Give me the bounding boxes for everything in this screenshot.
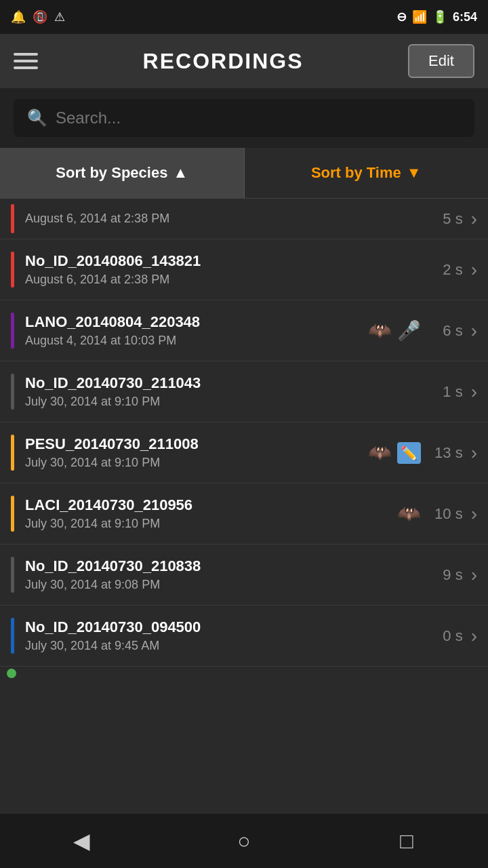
item-date: August 4, 2014 at 10:03 PM: [25, 334, 363, 348]
recording-item[interactable]: No_ID_20140806_143821 August 6, 2014 at …: [0, 239, 488, 300]
signal-off-icon: 📶: [412, 9, 427, 24]
recording-item[interactable]: No_ID_20140730_094500 July 30, 2014 at 9…: [0, 606, 488, 667]
chevron-right-icon: ›: [471, 442, 477, 464]
item-duration: 5 s: [429, 210, 463, 228]
search-icon: 🔍: [27, 108, 47, 127]
search-input[interactable]: [56, 108, 461, 127]
left-bar: [11, 435, 14, 471]
sort-buttons: Sort by Species ▲ Sort by Time ▼: [0, 148, 488, 199]
item-duration: 1 s: [429, 383, 463, 401]
chevron-right-icon: ›: [471, 208, 477, 230]
left-bar: [11, 313, 14, 349]
left-bar: [11, 496, 14, 532]
item-content: August 6, 2014 at 2:38 PM: [25, 212, 421, 226]
recording-item[interactable]: No_ID_20140730_211043 July 30, 2014 at 9…: [0, 361, 488, 422]
item-date: July 30, 2014 at 9:08 PM: [25, 578, 421, 592]
sort-time-arrow: ▼: [407, 164, 422, 182]
notification-icon: 🔔: [11, 9, 26, 24]
sort-by-time-button[interactable]: Sort by Time ▼: [245, 148, 489, 198]
page-title: RECORDINGS: [143, 49, 304, 74]
recording-item[interactable]: No_ID_20140730_210838 July 30, 2014 at 9…: [0, 545, 488, 606]
item-content: No_ID_20140730_094500 July 30, 2014 at 9…: [25, 618, 421, 653]
sort-by-species-button[interactable]: Sort by Species ▲: [0, 148, 245, 198]
item-duration: 9 s: [429, 566, 463, 584]
sort-species-label: Sort by Species: [56, 164, 167, 182]
item-date: July 30, 2014 at 9:10 PM: [25, 517, 392, 531]
chevron-right-icon: ›: [471, 503, 477, 525]
chevron-right-icon: ›: [471, 564, 477, 586]
item-date: July 30, 2014 at 9:45 AM: [25, 639, 421, 653]
item-date: July 30, 2014 at 9:10 PM: [25, 456, 363, 470]
item-content: PESU_20140730_211008 July 30, 2014 at 9:…: [25, 435, 363, 470]
bottom-nav: ◀ ○ □: [0, 814, 488, 868]
search-container: 🔍: [0, 88, 488, 148]
battery-icon: 🔋: [432, 9, 447, 24]
item-duration: 0 s: [429, 627, 463, 645]
item-content: No_ID_20140730_211043 July 30, 2014 at 9…: [25, 374, 421, 409]
sort-species-arrow: ▲: [173, 164, 188, 182]
item-icons: 🦇 ✏️: [368, 441, 421, 464]
item-duration: 13 s: [429, 444, 463, 462]
sort-time-label: Sort by Time: [311, 164, 401, 182]
header: RECORDINGS Edit: [0, 34, 488, 88]
sim-icon: 📵: [33, 9, 47, 24]
item-duration: 10 s: [429, 505, 463, 523]
recording-list: August 6, 2014 at 2:38 PM 5 s › No_ID_20…: [0, 199, 488, 667]
left-bar: [11, 374, 14, 410]
item-title: No_ID_20140730_094500: [25, 618, 421, 636]
left-bar: [11, 618, 14, 654]
hamburger-line2: [14, 60, 38, 62]
home-button[interactable]: ○: [217, 821, 271, 861]
pen-icon: ✏️: [397, 442, 421, 464]
item-date: August 6, 2014 at 2:38 PM: [25, 212, 421, 226]
item-content: No_ID_20140730_210838 July 30, 2014 at 9…: [25, 557, 421, 592]
item-title: No_ID_20140730_211043: [25, 374, 421, 392]
back-button[interactable]: ◀: [54, 821, 108, 861]
chevron-right-icon: ›: [471, 381, 477, 403]
chevron-right-icon: ›: [471, 625, 477, 647]
bat-icon: 🦇: [368, 319, 392, 342]
bat-icon: 🦇: [397, 502, 421, 525]
do-not-disturb-icon: ⊖: [396, 9, 407, 24]
item-duration: 6 s: [429, 322, 463, 340]
left-bar: [11, 252, 14, 288]
status-icons-right: ⊖ 📶 🔋 6:54: [396, 9, 477, 24]
item-content: LANO_20140804_220348 August 4, 2014 at 1…: [25, 313, 363, 348]
hamburger-line1: [14, 53, 38, 56]
status-icons-left: 🔔 📵 ⚠: [11, 9, 65, 24]
item-content: LACI_20140730_210956 July 30, 2014 at 9:…: [25, 496, 392, 531]
item-icons: 🦇: [397, 502, 421, 525]
recording-item-partial[interactable]: August 6, 2014 at 2:38 PM 5 s ›: [0, 199, 488, 239]
item-title: LACI_20140730_210956: [25, 496, 392, 514]
bat-icon: 🦇: [368, 441, 392, 464]
green-status-dot: [7, 669, 16, 678]
recording-item[interactable]: PESU_20140730_211008 July 30, 2014 at 9:…: [0, 422, 488, 484]
mic-icon: 🎤: [397, 319, 421, 342]
edit-button[interactable]: Edit: [408, 44, 474, 78]
item-title: LANO_20140804_220348: [25, 313, 363, 331]
recording-item[interactable]: LANO_20140804_220348 August 4, 2014 at 1…: [0, 300, 488, 361]
item-date: August 6, 2014 at 2:38 PM: [25, 273, 421, 287]
item-duration: 2 s: [429, 261, 463, 279]
recent-apps-button[interactable]: □: [380, 821, 434, 861]
item-title: PESU_20140730_211008: [25, 435, 363, 453]
left-bar: [11, 557, 14, 593]
clock: 6:54: [453, 10, 477, 24]
item-icons: 🦇 🎤: [368, 319, 421, 342]
item-content: No_ID_20140806_143821 August 6, 2014 at …: [25, 252, 421, 287]
chevron-right-icon: ›: [471, 320, 477, 342]
chevron-right-icon: ›: [471, 259, 477, 281]
item-title: No_ID_20140730_210838: [25, 557, 421, 575]
search-bar[interactable]: 🔍: [14, 99, 474, 137]
hamburger-line3: [14, 66, 38, 69]
status-bar: 🔔 📵 ⚠ ⊖ 📶 🔋 6:54: [0, 0, 488, 34]
item-date: July 30, 2014 at 9:10 PM: [25, 395, 421, 409]
menu-button[interactable]: [14, 53, 38, 69]
left-bar: [11, 204, 14, 233]
recording-item[interactable]: LACI_20140730_210956 July 30, 2014 at 9:…: [0, 484, 488, 545]
item-title: No_ID_20140806_143821: [25, 252, 421, 270]
alert-icon: ⚠: [54, 9, 65, 24]
